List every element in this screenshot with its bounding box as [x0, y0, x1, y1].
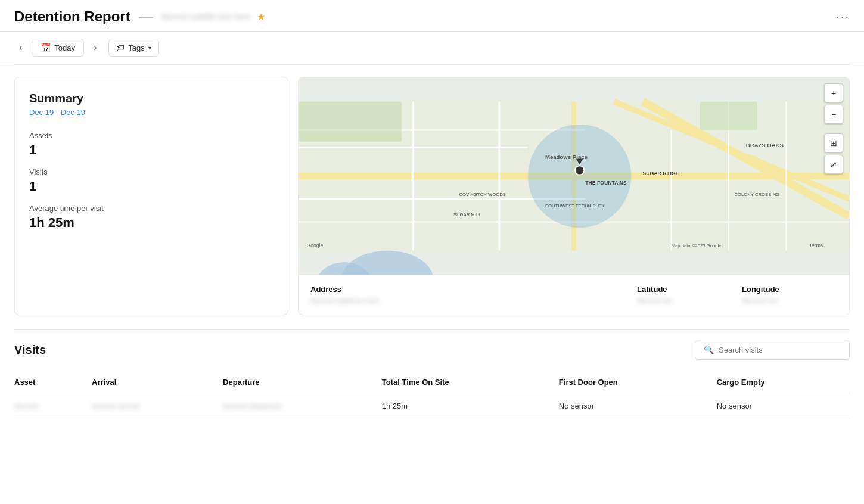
svg-point-19 — [575, 166, 584, 175]
avg-time-label: Average time per visit — [29, 204, 274, 213]
next-date-button[interactable]: › — [89, 40, 101, 55]
col-arrival: Arrival — [92, 372, 223, 393]
search-icon: 🔍 — [704, 345, 714, 354]
prev-date-button[interactable]: ‹ — [14, 40, 27, 55]
layers-button[interactable]: ⊞ — [824, 133, 843, 153]
header-left: Detention Report — blurred subtitle text… — [14, 8, 265, 25]
address-value: blurred address text — [310, 296, 627, 305]
svg-text:Google: Google — [306, 242, 323, 248]
header: Detention Report — blurred subtitle text… — [0, 0, 864, 32]
svg-text:SUGAR MILL: SUGAR MILL — [453, 212, 481, 217]
today-label: Today — [54, 43, 75, 52]
cell-first-door: No sensor — [559, 393, 717, 419]
tags-label: Tags — [128, 43, 144, 52]
avg-time-stat: Average time per visit 1h 25m — [29, 204, 274, 231]
favorite-icon[interactable]: ★ — [257, 11, 265, 23]
visits-stat: Visits 1 — [29, 167, 274, 194]
assets-value: 1 — [29, 142, 274, 158]
today-button[interactable]: 📅 Today — [32, 39, 84, 57]
map-info-row: Address blurred address text Latitude bl… — [299, 275, 849, 315]
table-header-row: Asset Arrival Departure Total Time On Si… — [14, 372, 850, 393]
tags-icon: 🏷 — [116, 43, 125, 52]
search-visits-input[interactable] — [719, 346, 841, 354]
summary-title: Summary — [29, 92, 274, 105]
col-total-time: Total Time On Site — [382, 372, 559, 393]
col-first-door: First Door Open — [559, 372, 717, 393]
more-options-button[interactable]: ··· — [836, 10, 850, 24]
fullscreen-button[interactable]: ⤢ — [824, 155, 843, 174]
search-box[interactable]: 🔍 — [695, 340, 850, 360]
longitude-value: blurred lon — [742, 296, 837, 305]
col-cargo-empty: Cargo Empty — [717, 372, 850, 393]
header-subtitle: blurred subtitle text here — [161, 12, 251, 21]
svg-text:THE FOUNTAINS: THE FOUNTAINS — [585, 180, 627, 186]
svg-text:COLONY CROSSING: COLONY CROSSING — [735, 192, 779, 197]
svg-text:BRAYS OAKS: BRAYS OAKS — [746, 142, 784, 148]
tags-chevron-icon: ▾ — [148, 45, 151, 51]
main-content: Summary Dec 19 - Dec 19 Assets 1 Visits … — [0, 65, 864, 431]
svg-text:COVINGTON WOODS: COVINGTON WOODS — [459, 192, 506, 197]
assets-label: Assets — [29, 131, 274, 140]
visits-section-divider — [14, 329, 850, 330]
latitude-value: blurred lat — [637, 296, 732, 305]
page: Detention Report — blurred subtitle text… — [0, 0, 864, 504]
map-card: Meadows Place THE FOUNTAINS SUGAR RIDGE … — [298, 77, 850, 315]
address-column: Address blurred address text — [310, 285, 627, 305]
tags-button[interactable]: 🏷 Tags ▾ — [108, 39, 158, 57]
longitude-header: Longitude — [742, 285, 837, 294]
svg-text:Meadows Place: Meadows Place — [545, 154, 588, 160]
svg-rect-17 — [700, 101, 757, 130]
latitude-header: Latitude — [637, 285, 732, 294]
col-asset: Asset — [14, 372, 92, 393]
col-departure: Departure — [223, 372, 382, 393]
page-title: Detention Report — [14, 8, 130, 25]
map-area[interactable]: Meadows Place THE FOUNTAINS SUGAR RIDGE … — [299, 77, 849, 275]
svg-text:Terms: Terms — [809, 242, 823, 248]
visits-value: 1 — [29, 179, 274, 194]
visits-section: Visits 🔍 Asset Arrival Departure Total T… — [14, 340, 850, 419]
svg-text:Map data ©2023 Google: Map data ©2023 Google — [672, 243, 722, 248]
cell-arrival: blurred arrival — [92, 393, 223, 419]
avg-time-value: 1h 25m — [29, 215, 274, 231]
assets-stat: Assets 1 — [29, 131, 274, 158]
summary-date-range: Dec 19 - Dec 19 — [29, 108, 274, 117]
table-row: blurred blurred arrival blurred departur… — [14, 393, 850, 419]
visits-table: Asset Arrival Departure Total Time On Si… — [14, 372, 850, 419]
latitude-column: Latitude blurred lat — [637, 285, 732, 305]
top-section: Summary Dec 19 - Dec 19 Assets 1 Visits … — [14, 77, 850, 315]
layers-icon: ⊞ — [830, 138, 837, 148]
svg-text:SOUTHWEST TECHNIPLEX: SOUTHWEST TECHNIPLEX — [545, 203, 604, 209]
calendar-icon: 📅 — [41, 43, 51, 52]
cell-asset: blurred — [14, 393, 92, 419]
visits-header: Visits 🔍 — [14, 340, 850, 360]
summary-card: Summary Dec 19 - Dec 19 Assets 1 Visits … — [14, 77, 288, 315]
svg-point-18 — [528, 125, 631, 228]
cell-departure: blurred departure — [223, 393, 382, 419]
longitude-column: Longitude blurred lon — [742, 285, 837, 305]
address-header: Address — [310, 285, 627, 294]
map-svg: Meadows Place THE FOUNTAINS SUGAR RIDGE … — [299, 77, 849, 275]
header-separator: — — [139, 8, 153, 25]
toolbar: ‹ 📅 Today › 🏷 Tags ▾ — [0, 32, 864, 64]
visits-title: Visits — [14, 343, 46, 357]
cell-cargo-empty: No sensor — [717, 393, 850, 419]
zoom-in-button[interactable]: + — [824, 83, 843, 102]
map-controls: + − ⊞ ⤢ — [824, 83, 843, 174]
svg-rect-16 — [299, 101, 402, 141]
visits-label: Visits — [29, 167, 274, 176]
cell-total-time: 1h 25m — [382, 393, 559, 419]
fullscreen-icon: ⤢ — [830, 160, 837, 169]
svg-text:SUGAR RIDGE: SUGAR RIDGE — [643, 170, 679, 176]
zoom-out-button[interactable]: − — [824, 105, 843, 124]
